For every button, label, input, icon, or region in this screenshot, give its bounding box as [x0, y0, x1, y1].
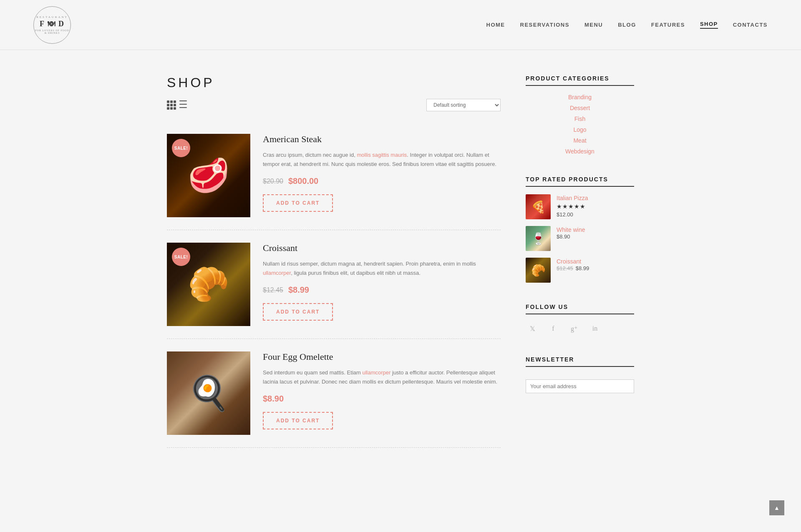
nav-menu[interactable]: MENU [584, 22, 603, 28]
product-image-wrap-omelette [167, 351, 250, 435]
category-fish[interactable]: Fish [574, 115, 585, 122]
category-dessert[interactable]: Dessert [570, 105, 590, 111]
product-info-omelette: Four Egg Omelette Sed interdum eu quam s… [263, 351, 501, 435]
list-item: Webdesign [526, 148, 634, 155]
product-name-croissant: Croissant [263, 243, 501, 253]
top-rated-item-wine: 🍷 White wine $8.90 [526, 226, 634, 251]
nav-shop[interactable]: SHOP [700, 21, 718, 29]
list-item: Logo [526, 126, 634, 133]
price-old-steak: $20.90 [263, 178, 283, 185]
desc-link-croissant[interactable]: ullamcorper [263, 270, 291, 276]
add-to-cart-croissant[interactable]: ADD TO CART [263, 303, 333, 321]
price-new-croissant: $8.99 [288, 285, 309, 295]
desc-link-steak[interactable]: mollis sagittis mauris [357, 152, 407, 158]
product-desc-steak: Cras arcu ipsum, dictum nec augue id, mo… [263, 151, 501, 169]
product-info-steak: American Steak Cras arcu ipsum, dictum n… [263, 134, 501, 217]
top-rated-price-croissant2: $12.45$8.99 [557, 265, 589, 271]
twitter-icon[interactable]: 𝕏 [526, 322, 539, 335]
linkedin-icon[interactable]: in [588, 322, 602, 335]
top-rated-old-price-croissant2: $12.45 [557, 265, 573, 271]
nav-reservations[interactable]: RESERVATIONS [520, 22, 569, 28]
newsletter-email-input[interactable] [526, 379, 634, 393]
product-price-croissant: $12.45 $8.99 [263, 285, 501, 295]
list-item: Branding [526, 93, 634, 101]
top-rated-info-wine: White wine $8.90 [557, 226, 585, 240]
follow-icons: 𝕏 f g⁺ in [526, 322, 634, 335]
shop-title: SHOP [167, 75, 501, 90]
category-branding[interactable]: Branding [568, 94, 592, 100]
fd-row: F 🍽 D [40, 20, 65, 28]
top-rated-info-pizza: Italian Pizza ★★★★★ $12.00 [557, 194, 588, 218]
price-new-steak: $800.00 [288, 176, 318, 186]
top-rated-link-pizza[interactable]: Italian Pizza [557, 195, 588, 201]
desc-link-omelette[interactable]: ullamcorper [362, 369, 390, 376]
product-desc-croissant: Nullam id risus semper, dictum magna at,… [263, 259, 501, 278]
top-rated-heading: TOP RATED PRODUCTS [526, 176, 634, 187]
shop-controls: Default sorting Sort by price: low to hi… [167, 99, 501, 111]
page-content: SHOP Default sorting Sort by price: low … [150, 50, 651, 473]
logo-f: F [40, 20, 45, 28]
nav-home[interactable]: HOME [486, 22, 505, 28]
nav-contacts[interactable]: CONTACTS [733, 22, 768, 28]
header: RESTAURANT F 🍽 D FOR LOVERS OF FOOD & DR… [0, 0, 801, 50]
top-rated-section: TOP RATED PRODUCTS 🍕 Italian Pizza ★★★★★… [526, 176, 634, 283]
sidebar: PRODUCT CATEGORIES Branding Dessert Fish… [526, 75, 634, 448]
product-item-omelette: Four Egg Omelette Sed interdum eu quam s… [167, 339, 501, 448]
top-rated-image-pizza: 🍕 [526, 194, 551, 219]
categories-section: PRODUCT CATEGORIES Branding Dessert Fish… [526, 75, 634, 155]
product-image-wrap-croissant: SALE! [167, 243, 250, 326]
list-item: Dessert [526, 104, 634, 112]
product-price-omelette: $8.90 [263, 394, 501, 404]
chef-hat-icon: 🍽 [48, 20, 56, 28]
main-nav: HOME RESERVATIONS MENU BLOG FEATURES SHO… [486, 21, 768, 29]
top-rated-image-croissant2: 🥐 [526, 258, 551, 283]
logo-bottom-text: FOR LOVERS OF FOOD & DRINKS [34, 29, 71, 34]
product-name-steak: American Steak [263, 134, 501, 145]
newsletter-section: NEWSLETTER [526, 356, 634, 393]
nav-features[interactable]: FEATURES [651, 22, 685, 28]
logo: RESTAURANT F 🍽 D FOR LOVERS OF FOOD & DR… [33, 6, 71, 44]
top-rated-link-croissant2[interactable]: Croissant [557, 258, 581, 265]
product-item-steak: SALE! American Steak Cras arcu ipsum, di… [167, 121, 501, 230]
logo-d: D [58, 20, 65, 28]
price-only-omelette: $8.90 [263, 394, 284, 404]
product-desc-omelette: Sed interdum eu quam sed mattis. Etiam u… [263, 368, 501, 386]
category-logo[interactable]: Logo [573, 126, 586, 133]
nav-blog[interactable]: BLOG [618, 22, 636, 28]
grid-view-button[interactable] [167, 100, 176, 110]
product-image-wrap-steak: SALE! [167, 134, 250, 217]
top-rated-price-wine: $8.90 [557, 233, 585, 240]
top-rated-item-pizza: 🍕 Italian Pizza ★★★★★ $12.00 [526, 194, 634, 219]
list-item: Meat [526, 137, 634, 144]
product-item-croissant: SALE! Croissant Nullam id risus semper, … [167, 230, 501, 339]
logo-circle: RESTAURANT F 🍽 D FOR LOVERS OF FOOD & DR… [33, 6, 71, 44]
add-to-cart-steak[interactable]: ADD TO CART [263, 194, 333, 212]
googleplus-icon[interactable]: g⁺ [567, 322, 581, 335]
facebook-icon[interactable]: f [547, 322, 560, 335]
top-rated-price-pizza: $12.00 [557, 211, 588, 218]
list-view-button[interactable] [179, 100, 189, 108]
add-to-cart-omelette[interactable]: ADD TO CART [263, 412, 333, 429]
category-list: Branding Dessert Fish Logo Meat Webdesig… [526, 93, 634, 155]
price-old-croissant: $12.45 [263, 286, 283, 294]
product-info-croissant: Croissant Nullam id risus semper, dictum… [263, 243, 501, 326]
category-webdesign[interactable]: Webdesign [565, 148, 594, 155]
list-item: Fish [526, 115, 634, 123]
sale-badge-steak: SALE! [172, 139, 190, 157]
stars-pizza: ★★★★★ [557, 203, 588, 210]
follow-section: FOLLOW US 𝕏 f g⁺ in [526, 304, 634, 335]
top-rated-link-wine[interactable]: White wine [557, 226, 585, 233]
newsletter-heading: NEWSLETTER [526, 356, 634, 367]
follow-heading: FOLLOW US [526, 304, 634, 314]
restaurant-label: RESTAURANT [36, 15, 68, 19]
view-icons [167, 100, 189, 110]
categories-heading: PRODUCT CATEGORIES [526, 75, 634, 86]
sort-dropdown[interactable]: Default sorting Sort by price: low to hi… [426, 99, 501, 111]
top-rated-image-wine: 🍷 [526, 226, 551, 251]
main-shop-area: SHOP Default sorting Sort by price: low … [167, 75, 501, 448]
product-price-steak: $20.90 $800.00 [263, 176, 501, 186]
top-rated-item-croissant: 🥐 Croissant $12.45$8.99 [526, 258, 634, 283]
product-image-omelette [167, 351, 250, 435]
category-meat[interactable]: Meat [573, 137, 586, 144]
sale-badge-croissant: SALE! [172, 248, 190, 266]
